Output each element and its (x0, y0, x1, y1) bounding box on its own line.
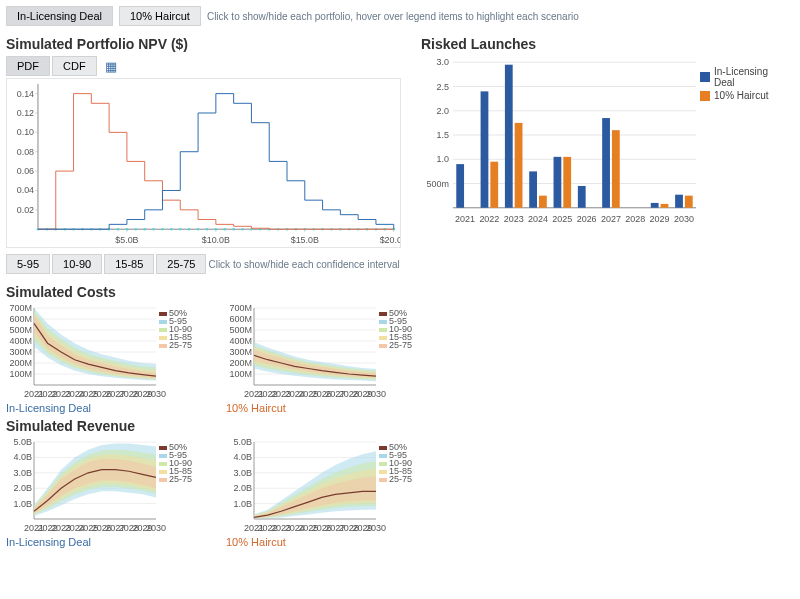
revenue-label-b: 10% Haircut (226, 536, 416, 548)
svg-rect-136 (159, 336, 167, 340)
svg-text:25-75: 25-75 (389, 340, 412, 350)
costs-label-a: In-Licensing Deal (6, 402, 196, 414)
svg-text:2030: 2030 (674, 214, 694, 224)
svg-rect-96 (612, 130, 620, 208)
risked-title: Risked Launches (421, 36, 791, 52)
svg-rect-172 (379, 336, 387, 340)
svg-rect-87 (529, 171, 537, 207)
svg-text:1.0: 1.0 (436, 154, 448, 164)
svg-text:25-75: 25-75 (169, 340, 192, 350)
svg-rect-91 (563, 157, 571, 208)
svg-point-47 (241, 228, 244, 231)
legend-swatch-a (700, 72, 710, 82)
scenario-b-button[interactable]: 10% Haircut (119, 6, 201, 26)
svg-text:2023: 2023 (504, 214, 524, 224)
svg-text:2.0: 2.0 (436, 106, 448, 116)
svg-text:1.0B: 1.0B (233, 499, 252, 509)
npv-title: Simulated Portfolio NPV ($) (6, 36, 401, 52)
svg-text:0.12: 0.12 (17, 108, 34, 118)
svg-text:2030: 2030 (366, 523, 386, 533)
svg-text:2025: 2025 (552, 214, 572, 224)
svg-rect-200 (159, 454, 167, 458)
npv-tab-cdf[interactable]: CDF (52, 56, 97, 76)
legend-label-a: In-Licensing Deal (714, 66, 791, 88)
svg-point-43 (206, 228, 209, 231)
svg-rect-88 (539, 196, 547, 208)
svg-text:4.0B: 4.0B (233, 452, 252, 462)
ci-25-75[interactable]: 25-75 (156, 254, 206, 274)
svg-text:700M: 700M (9, 304, 32, 313)
scenario-a-button[interactable]: In-Licensing Deal (6, 6, 113, 26)
revenue-chart-a: 1.0B2.0B3.0B4.0B5.0B20212022202320242025… (6, 438, 196, 533)
svg-text:2029: 2029 (650, 214, 670, 224)
revenue-chart-b: 1.0B2.0B3.0B4.0B5.0B20212022202320242025… (226, 438, 416, 533)
svg-text:300M: 300M (229, 347, 252, 357)
svg-point-33 (117, 228, 120, 231)
svg-text:200M: 200M (229, 358, 252, 368)
svg-point-46 (232, 228, 235, 231)
svg-text:4.0B: 4.0B (13, 452, 32, 462)
svg-rect-81 (481, 91, 489, 207)
ci-hint: Click to show/hide each confidence inter… (208, 259, 399, 270)
svg-rect-95 (602, 118, 610, 208)
svg-text:3.0B: 3.0B (13, 468, 32, 478)
svg-rect-170 (379, 328, 387, 332)
svg-text:0.08: 0.08 (17, 147, 34, 157)
risked-chart: 500m1.01.52.02.53.0202120222023202420252… (421, 56, 700, 226)
svg-text:2028: 2028 (625, 214, 645, 224)
svg-text:5.0B: 5.0B (233, 438, 252, 447)
svg-text:100M: 100M (229, 369, 252, 379)
svg-point-40 (179, 228, 182, 231)
svg-rect-166 (379, 312, 387, 316)
svg-text:600M: 600M (9, 314, 32, 324)
svg-text:600M: 600M (229, 314, 252, 324)
svg-point-34 (126, 228, 129, 231)
svg-text:700M: 700M (229, 304, 252, 313)
svg-text:25-75: 25-75 (169, 474, 192, 484)
svg-text:$10.0B: $10.0B (202, 235, 230, 245)
ci-10-90[interactable]: 10-90 (52, 254, 102, 274)
svg-point-45 (223, 228, 226, 231)
svg-text:300M: 300M (9, 347, 32, 357)
revenue-label-a: In-Licensing Deal (6, 536, 196, 548)
grid-icon[interactable]: ▦ (105, 59, 117, 74)
svg-rect-134 (159, 328, 167, 332)
svg-rect-230 (379, 446, 387, 450)
svg-rect-79 (456, 164, 464, 208)
risked-legend: In-Licensing Deal 10% Haircut (700, 56, 791, 226)
scenario-hint: Click to show/hide each portfolio, hover… (207, 11, 579, 22)
svg-point-38 (161, 228, 164, 231)
costs-chart-a: 100M200M300M400M500M600M700M202120222023… (6, 304, 196, 399)
costs-label-b: 10% Haircut (226, 402, 416, 414)
ci-5-95[interactable]: 5-95 (6, 254, 50, 274)
svg-text:0.06: 0.06 (17, 166, 34, 176)
svg-point-35 (135, 228, 138, 231)
npv-chart: 0.020.040.060.080.100.120.14$5.0B$10.0B$… (6, 78, 401, 248)
svg-text:2030: 2030 (366, 389, 386, 399)
svg-rect-82 (490, 162, 498, 208)
svg-rect-204 (159, 470, 167, 474)
svg-rect-99 (651, 203, 659, 208)
svg-text:2030: 2030 (146, 523, 166, 533)
svg-text:400M: 400M (9, 336, 32, 346)
svg-rect-232 (379, 454, 387, 458)
svg-rect-90 (554, 157, 562, 208)
svg-rect-102 (675, 195, 683, 208)
legend-swatch-b (700, 91, 710, 101)
svg-rect-234 (379, 462, 387, 466)
svg-text:3.0: 3.0 (436, 57, 448, 67)
svg-text:0.10: 0.10 (17, 127, 34, 137)
ci-15-85[interactable]: 15-85 (104, 254, 154, 274)
svg-text:2022: 2022 (479, 214, 499, 224)
legend-label-b: 10% Haircut (714, 90, 768, 101)
svg-text:1.0B: 1.0B (13, 499, 32, 509)
svg-text:$15.0B: $15.0B (291, 235, 319, 245)
svg-text:500M: 500M (229, 325, 252, 335)
npv-tab-pdf[interactable]: PDF (6, 56, 50, 76)
svg-rect-206 (159, 478, 167, 482)
svg-text:2021: 2021 (455, 214, 475, 224)
svg-text:200M: 200M (9, 358, 32, 368)
svg-text:0.02: 0.02 (17, 205, 34, 215)
svg-rect-100 (661, 204, 669, 208)
svg-text:2027: 2027 (601, 214, 621, 224)
